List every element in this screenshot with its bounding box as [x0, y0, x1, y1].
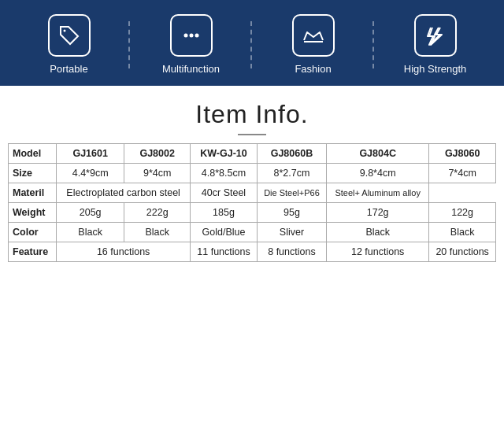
cell-r0-c4: GJ804C	[327, 144, 429, 164]
cell-feature-1: 16 functions	[57, 242, 191, 262]
table-row: Size4.4*9cm9*4cm4.8*8.5cm8*2.7cm9.8*4cm7…	[9, 164, 496, 183]
row-header: Feature	[9, 242, 57, 262]
cell-feature-5: 20 functions	[429, 242, 496, 262]
lightning-icon	[423, 23, 448, 48]
cell-r3-c1: 222g	[124, 203, 191, 223]
cell-feature-2: 11 functions	[191, 242, 258, 262]
cell-feature-3: 8 functions	[257, 242, 326, 262]
cell-r4-c3: Sliver	[257, 223, 326, 242]
cell-r1-c2: 4.8*8.5cm	[191, 164, 258, 183]
multifunction-icon-box	[170, 14, 213, 57]
cell-r1-c1: 9*4cm	[124, 164, 191, 183]
cell-r0-c3: GJ8060B	[257, 144, 326, 164]
cell-r0-c1: GJ8002	[124, 144, 191, 164]
cell-r1-c3: 8*2.7cm	[257, 164, 326, 183]
title-underline	[238, 134, 266, 135]
svg-point-0	[63, 30, 65, 32]
cell-r1-c5: 7*4cm	[429, 164, 496, 183]
row-header: Model	[9, 144, 57, 164]
portable-icon-box	[48, 14, 91, 57]
cell-r0-c5: GJ8060	[429, 144, 496, 164]
info-table-wrap: ModelGJ1601GJ8002KW-GJ-10GJ8060BGJ804CGJ…	[0, 143, 504, 262]
cell-r4-c1: Black	[124, 223, 191, 242]
table-row: ModelGJ1601GJ8002KW-GJ-10GJ8060BGJ804CGJ…	[9, 144, 496, 164]
svg-point-1	[183, 34, 187, 38]
cell-r1-c0: 4.4*9cm	[57, 164, 124, 183]
cell-r4-c4: Black	[327, 223, 429, 242]
table-row: ColorBlackBlackGold/BlueSliverBlackBlack	[9, 223, 496, 242]
cell-r3-c5: 122g	[429, 203, 496, 223]
table-row: MaterilElectroplated carbon steel40cr St…	[9, 183, 496, 203]
cell-r3-c4: 172g	[327, 203, 429, 223]
row-header: Size	[9, 164, 57, 183]
cell-r0-c0: GJ1601	[57, 144, 124, 164]
cell-r4-c5: Black	[429, 223, 496, 242]
cell-r3-c0: 205g	[57, 203, 124, 223]
row-header: Weight	[9, 203, 57, 223]
multifunction-label: Multifunction	[162, 63, 220, 75]
crown-icon	[301, 23, 326, 48]
cell-materil-2: 40cr Steel	[191, 183, 258, 203]
cell-materil-3: Die Steel+P66	[257, 183, 326, 203]
table-row: Feature16 functions11 functions8 functio…	[9, 242, 496, 262]
row-header: Materil	[9, 183, 57, 203]
feature-fashion: Fashion	[252, 14, 374, 75]
tag-icon	[57, 23, 82, 48]
svg-point-2	[189, 34, 193, 38]
cell-r3-c2: 185g	[191, 203, 258, 223]
feature-high-strength: High Strength	[374, 14, 496, 75]
cell-materil-1: Electroplated carbon steel	[57, 183, 191, 203]
dots-icon	[179, 23, 204, 48]
cell-r3-c3: 95g	[257, 203, 326, 223]
high-strength-icon-box	[414, 14, 457, 57]
table-row: Weight205g222g185g95g172g122g	[9, 203, 496, 223]
fashion-label: Fashion	[295, 63, 331, 75]
cell-feature-4: 12 functions	[327, 242, 429, 262]
high-strength-label: High Strength	[404, 63, 467, 75]
svg-point-3	[195, 34, 198, 38]
fashion-icon-box	[292, 14, 335, 57]
row-header: Color	[9, 223, 57, 242]
top-banner: Portable Multifunction Fashion	[0, 0, 504, 86]
section-title-area: Item Info.	[0, 86, 504, 143]
cell-r1-c4: 9.8*4cm	[327, 164, 429, 183]
feature-multifunction: Multifunction	[130, 14, 252, 75]
cell-r4-c0: Black	[57, 223, 124, 242]
section-title: Item Info.	[0, 100, 504, 129]
item-info-table: ModelGJ1601GJ8002KW-GJ-10GJ8060BGJ804CGJ…	[8, 143, 496, 262]
portable-label: Portable	[50, 63, 87, 75]
cell-materil-4: Steel+ Aluminum alloy	[327, 183, 429, 203]
cell-r4-c2: Gold/Blue	[191, 223, 258, 242]
cell-r0-c2: KW-GJ-10	[191, 144, 258, 164]
feature-portable: Portable	[8, 14, 130, 75]
